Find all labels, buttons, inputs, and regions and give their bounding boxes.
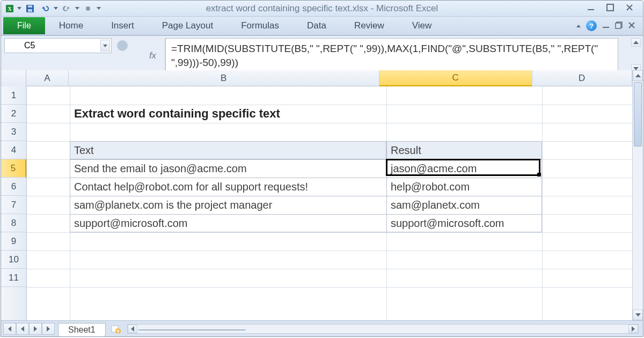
vertical-scroll-track[interactable] — [633, 81, 643, 310]
row-header-8[interactable]: 8 — [1, 214, 26, 232]
name-box-value: C5 — [24, 41, 35, 50]
ribbon-right-controls: ? — [576, 20, 643, 31]
undo-dropdown-icon[interactable] — [54, 7, 58, 10]
row-header-6[interactable]: 6 — [1, 178, 26, 196]
row-headers: 1234567891011 — [1, 86, 27, 320]
app-menu-dropdown-icon[interactable] — [17, 7, 21, 10]
col-header-D[interactable]: D — [532, 70, 633, 86]
svg-rect-7 — [603, 27, 609, 28]
svg-text:X: X — [8, 6, 12, 12]
svg-rect-5 — [588, 9, 594, 10]
qat-dropdown-icon[interactable] — [97, 7, 101, 10]
workbook-close-button[interactable] — [628, 21, 635, 31]
worksheet-area: A B C D 1234567891011 Extract word conta… — [1, 70, 643, 320]
ribbon-minimize-icon[interactable] — [576, 25, 581, 27]
close-button[interactable] — [624, 4, 635, 13]
vertical-scroll-thumb[interactable] — [634, 82, 642, 146]
titlebar: X extract word containing specific text.… — [1, 1, 643, 17]
cell-B4[interactable]: Text — [70, 141, 98, 159]
scroll-down-button[interactable] — [633, 310, 643, 320]
col-header-A[interactable]: A — [26, 70, 69, 86]
cells-grid[interactable]: Extract word containing specific textTex… — [27, 86, 632, 320]
svg-rect-6 — [607, 4, 613, 11]
cell-B2[interactable]: Extract word containing specific text — [70, 105, 284, 123]
scroll-left-button[interactable] — [128, 325, 137, 333]
cell-B5[interactable]: Send the email to jason@acme.com — [70, 159, 251, 178]
maximize-button[interactable] — [604, 4, 616, 13]
ribbon-tabs: File Home Insert Page Layout Formulas Da… — [1, 17, 643, 36]
redo-dropdown-icon[interactable] — [75, 7, 79, 10]
sheet-tab-strip: Sheet1 — [1, 320, 643, 336]
col-header-C[interactable]: C — [379, 70, 532, 86]
excel-window: X extract word containing specific text.… — [1, 0, 643, 337]
select-all-corner[interactable] — [1, 70, 26, 86]
workbook-restore-button[interactable] — [615, 21, 623, 31]
row-header-10[interactable]: 10 — [1, 251, 26, 269]
worksheet[interactable]: A B C D 1234567891011 Extract word conta… — [1, 70, 632, 320]
last-sheet-button[interactable] — [42, 323, 55, 335]
cell-C4[interactable]: Result — [386, 141, 426, 159]
name-box[interactable]: C5 — [4, 38, 112, 53]
help-button[interactable]: ? — [586, 20, 597, 31]
minimize-button[interactable] — [585, 4, 597, 13]
formula-input[interactable]: =TRIM(MID(SUBSTITUTE(B5," ",REPT(" ",99)… — [165, 38, 618, 73]
horizontal-scroll-thumb[interactable] — [138, 329, 246, 330]
row-header-7[interactable]: 7 — [1, 196, 26, 214]
fx-button[interactable]: fx — [141, 38, 165, 73]
cell-B6[interactable]: Contact help@robot.com for all support r… — [70, 178, 312, 196]
tab-formulas[interactable]: Formulas — [227, 16, 293, 35]
row-header-2[interactable]: 2 — [1, 105, 26, 123]
row-header-3[interactable]: 3 — [1, 123, 26, 141]
row-header-11[interactable]: 11 — [1, 269, 26, 287]
row-header-9[interactable]: 9 — [1, 232, 26, 251]
horizontal-scrollbar[interactable] — [127, 324, 639, 334]
quick-access-toolbar: X — [1, 3, 101, 14]
save-button[interactable] — [24, 3, 36, 14]
row-header-1[interactable]: 1 — [1, 86, 26, 105]
workbook-minimize-button[interactable] — [602, 21, 610, 31]
column-headers: A B C D — [1, 70, 632, 86]
cell-C6[interactable]: help@robot.com — [386, 178, 474, 196]
col-header-B[interactable]: B — [69, 70, 379, 86]
cell-C8[interactable]: support@microsoft.com — [386, 214, 508, 232]
sheet-tab-active[interactable]: Sheet1 — [58, 323, 106, 337]
scroll-up-button[interactable] — [633, 70, 643, 81]
row-header-5[interactable]: 5 — [1, 159, 26, 178]
file-tab[interactable]: File — [3, 17, 45, 34]
cell-C7[interactable]: sam@planetx.com — [386, 196, 484, 214]
undo-button[interactable] — [39, 3, 52, 14]
prev-sheet-button[interactable] — [16, 323, 29, 335]
new-sheet-button[interactable] — [109, 323, 123, 335]
tab-data[interactable]: Data — [293, 16, 340, 35]
qat-customize-button[interactable] — [82, 3, 94, 14]
vertical-scrollbar[interactable] — [632, 70, 643, 320]
formula-bar-collapse[interactable] — [631, 38, 641, 47]
tab-pagelayout[interactable]: Page Layout — [148, 16, 227, 35]
cancel-formula-icon[interactable] — [117, 40, 128, 51]
redo-button[interactable] — [60, 3, 73, 14]
svg-rect-4 — [28, 9, 32, 12]
name-box-dropdown[interactable] — [100, 40, 110, 52]
sheet-nav-arrows — [1, 323, 55, 335]
cell-B7[interactable]: sam@planetx.com is the project manager — [70, 196, 276, 214]
tab-insert[interactable]: Insert — [97, 16, 148, 35]
svg-rect-3 — [28, 5, 32, 8]
svg-rect-9 — [616, 23, 621, 28]
window-controls — [585, 4, 643, 13]
cell-B8[interactable]: support@microsoft.com — [70, 214, 192, 232]
tab-review[interactable]: Review — [340, 16, 398, 35]
tab-view[interactable]: View — [398, 16, 446, 35]
cell-C5[interactable]: jason@acme.com — [386, 159, 481, 178]
next-sheet-button[interactable] — [29, 323, 42, 335]
excel-logo-icon: X — [4, 3, 15, 14]
tab-home[interactable]: Home — [45, 16, 97, 35]
row-header-4[interactable]: 4 — [1, 141, 26, 159]
first-sheet-button[interactable] — [3, 323, 16, 335]
scroll-right-button[interactable] — [628, 325, 638, 333]
